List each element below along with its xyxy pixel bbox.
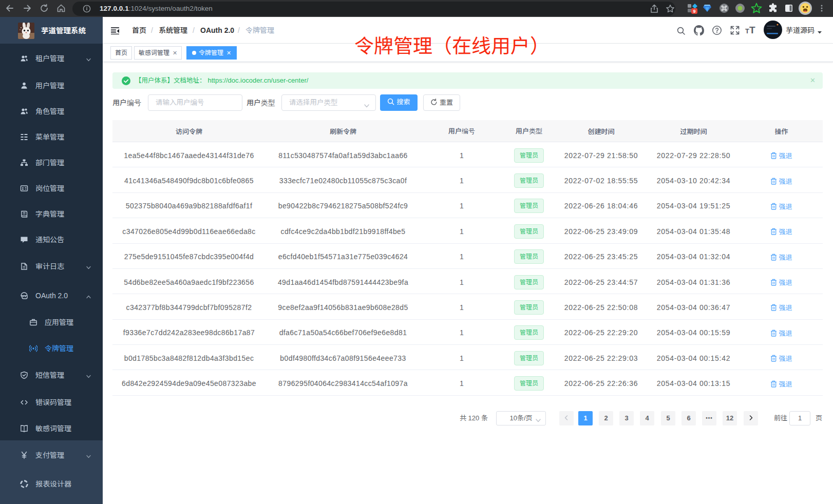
svg-text:T: T (749, 25, 755, 35)
svg-text:T: T (745, 27, 749, 35)
svg-text:9: 9 (693, 9, 695, 14)
